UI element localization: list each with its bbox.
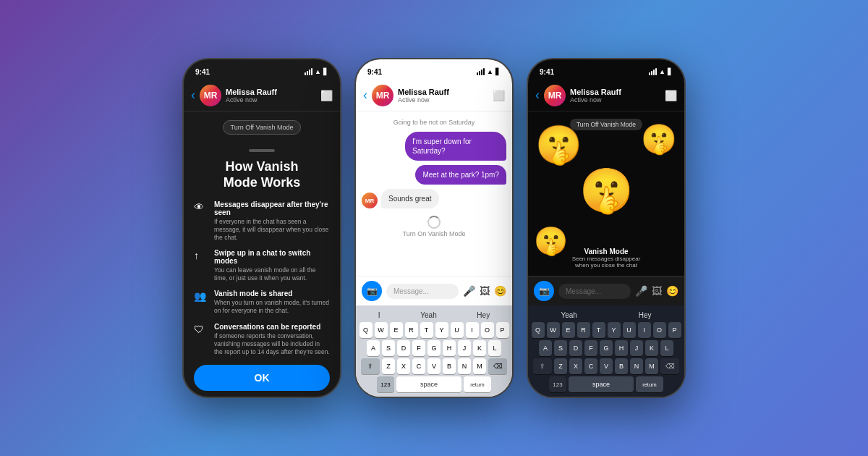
sticker-icon-middle[interactable]: 😊 <box>494 285 506 297</box>
status-icons-left: ▲ ▋ <box>305 68 328 75</box>
rkey-e[interactable]: E <box>562 322 575 338</box>
phones-container: 9:41 ▲ ▋ ‹ MR Melissa Rauff Active now ⬜ <box>168 43 700 413</box>
key-j[interactable]: J <box>458 340 471 356</box>
rkey-b[interactable]: B <box>615 358 628 374</box>
back-button-right[interactable]: ‹ <box>535 88 540 103</box>
rkey-z[interactable]: Z <box>554 358 567 374</box>
camera-btn-middle[interactable]: 📷 <box>362 281 382 301</box>
key-m[interactable]: M <box>473 358 486 374</box>
rkey-d[interactable]: D <box>569 340 582 356</box>
key-q[interactable]: Q <box>359 322 373 338</box>
key-p[interactable]: P <box>496 322 509 338</box>
key-z[interactable]: Z <box>382 358 395 374</box>
rkey-l[interactable]: L <box>660 340 673 356</box>
avatar-middle: MR <box>372 85 393 106</box>
key-n[interactable]: N <box>458 358 471 374</box>
rkey-r[interactable]: R <box>577 322 590 338</box>
rkey-s[interactable]: S <box>554 340 567 356</box>
turn-off-vanish-btn-right[interactable]: Turn Off Vanish Mode <box>570 119 642 130</box>
rkey-g[interactable]: G <box>600 340 613 356</box>
key-g[interactable]: G <box>427 340 441 356</box>
battery-icon-mid: ▋ <box>495 68 501 75</box>
rkey-o[interactable]: O <box>653 322 666 338</box>
back-button-middle[interactable]: ‹ <box>363 88 367 103</box>
key-i[interactable]: I <box>466 322 479 338</box>
rkey-p[interactable]: P <box>668 322 681 338</box>
key-t[interactable]: T <box>420 322 433 338</box>
photo-icon-middle[interactable]: 🖼 <box>480 285 490 297</box>
rkey-a[interactable]: A <box>539 340 552 356</box>
rkey-y[interactable]: Y <box>608 322 621 338</box>
key-s[interactable]: S <box>382 340 395 356</box>
turn-off-vanish-btn-left[interactable]: Turn Off Vanish Mode <box>223 120 302 135</box>
rkey-return[interactable]: return <box>636 376 663 392</box>
rkey-c[interactable]: C <box>584 358 597 374</box>
rkey-t[interactable]: T <box>592 322 605 338</box>
video-icon-middle[interactable]: ⬜ <box>493 90 505 101</box>
rkey-v[interactable]: V <box>600 358 613 374</box>
rkey-f[interactable]: F <box>584 340 597 356</box>
mic-icon-right[interactable]: 🎤 <box>635 285 647 297</box>
rkey-n[interactable]: N <box>630 358 643 374</box>
rkey-h[interactable]: H <box>615 340 628 356</box>
key-k[interactable]: K <box>473 340 486 356</box>
rkey-123[interactable]: 123 <box>549 376 566 392</box>
key-h[interactable]: H <box>443 340 456 356</box>
key-u[interactable]: U <box>451 322 464 338</box>
rkey-w[interactable]: W <box>547 322 560 338</box>
rkey-x[interactable]: X <box>569 358 582 374</box>
key-shift[interactable]: ⇧ <box>361 358 380 374</box>
vanish-mode-badge-title: Vanish Mode <box>567 248 645 256</box>
key-return[interactable]: return <box>464 376 491 392</box>
key-c[interactable]: C <box>412 358 425 374</box>
phone-right: 9:41 ▲ ▋ ‹ MR Melissa Rauff Active now ⬜ <box>527 58 686 398</box>
video-icon-left[interactable]: ⬜ <box>320 90 333 101</box>
suggestion-i[interactable]: I <box>378 311 380 319</box>
message-input-middle[interactable]: Message... <box>386 284 459 299</box>
back-button-left[interactable]: ‹ <box>191 88 195 103</box>
rkey-i[interactable]: I <box>638 322 651 338</box>
photo-icon-right[interactable]: 🖼 <box>652 285 662 297</box>
received-avatar: MR <box>362 193 378 208</box>
swipe-icon: ↑ <box>194 250 208 261</box>
rkey-u[interactable]: U <box>623 322 636 338</box>
key-v[interactable]: V <box>427 358 441 374</box>
rkey-space[interactable]: space <box>569 376 634 392</box>
video-icon-right[interactable]: ⬜ <box>665 90 677 101</box>
mic-icon-middle[interactable]: 🎤 <box>463 285 475 297</box>
key-space[interactable]: space <box>396 376 461 392</box>
suggestion-yeah-r[interactable]: Yeah <box>561 311 576 319</box>
emoji-top-right: 🤫 <box>641 124 677 153</box>
key-o[interactable]: O <box>481 322 494 338</box>
ok-button[interactable]: OK <box>194 365 330 391</box>
key-123[interactable]: 123 <box>377 376 394 392</box>
camera-btn-right[interactable]: 📷 <box>534 281 554 301</box>
rkey-m[interactable]: M <box>645 358 658 374</box>
rkey-k[interactable]: K <box>645 340 658 356</box>
key-w[interactable]: W <box>375 322 388 338</box>
rkey-backspace[interactable]: ⌫ <box>660 358 679 374</box>
key-x[interactable]: X <box>397 358 410 374</box>
suggestion-hey[interactable]: Hey <box>477 311 490 319</box>
message-input-right[interactable]: Message... <box>558 284 631 299</box>
key-d[interactable]: D <box>397 340 410 356</box>
rkey-q[interactable]: Q <box>532 322 545 338</box>
vanish-indicator: Turn On Vanish Mode <box>362 216 506 237</box>
key-l[interactable]: L <box>488 340 501 356</box>
key-a[interactable]: A <box>367 340 380 356</box>
key-r[interactable]: R <box>405 322 418 338</box>
kbd-row-1-right: Q W E R T Y U I O P <box>530 322 682 338</box>
key-b[interactable]: B <box>443 358 456 374</box>
feature-1: 👁 Messages disappear after they're seen … <box>194 200 330 242</box>
sticker-icon-right[interactable]: 😊 <box>666 285 678 297</box>
kbd-row-4-right: 123 space return <box>530 376 682 392</box>
suggestion-hey-r[interactable]: Hey <box>639 311 652 319</box>
rkey-j[interactable]: J <box>630 340 643 356</box>
key-y[interactable]: Y <box>435 322 448 338</box>
key-e[interactable]: E <box>390 322 403 338</box>
suggestion-yeah[interactable]: Yeah <box>420 311 436 319</box>
key-f[interactable]: F <box>412 340 425 356</box>
msg-sent-2: Meet at the park? 1pm? <box>415 165 506 185</box>
rkey-shift[interactable]: ⇧ <box>533 358 552 374</box>
key-backspace[interactable]: ⌫ <box>488 358 507 374</box>
